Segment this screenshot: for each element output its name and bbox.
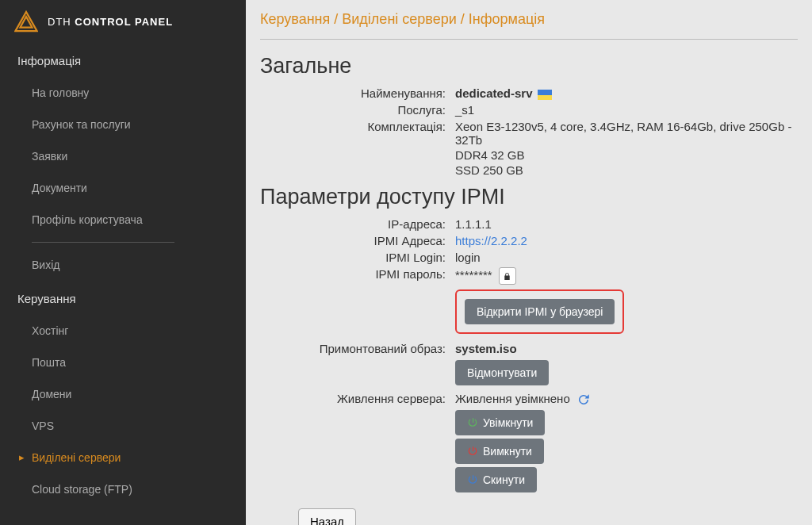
sidebar-item-vps[interactable]: VPS — [0, 410, 246, 442]
value-ip: 1.1.1.1 — [450, 216, 798, 232]
open-ipmi-button[interactable]: Відкрити IPMI у браузері — [465, 299, 615, 324]
sidebar-item-home[interactable]: На головну — [0, 77, 246, 109]
label-power: Живлення сервера: — [260, 390, 450, 497]
sidebar-item-mail[interactable]: Пошта — [0, 347, 246, 378]
sidebar-item-cloud-storage[interactable]: Cloud storage (FTP) — [0, 473, 246, 505]
power-status-text: Живлення увімкнено — [455, 392, 570, 405]
brand-label: DTH CONTROL PANEL — [48, 16, 173, 28]
refresh-icon[interactable] — [576, 393, 591, 407]
back-button[interactable]: Назад — [298, 508, 356, 525]
label-ip: IP-адреса: — [260, 216, 450, 232]
power-reset-button[interactable]: Скинути — [455, 467, 537, 492]
ipmi-table: IP-адреса: 1.1.1.1 IPMI Адреса: https://… — [260, 216, 798, 497]
server-name-text: dedicated-srv — [455, 86, 533, 100]
ipmi-address-link[interactable]: https://2.2.2.2 — [455, 234, 527, 247]
label-ipmi-pass: IPMI пароль: — [260, 266, 450, 286]
config-line3: SSD 250 GB — [455, 163, 798, 177]
lock-icon — [503, 272, 511, 281]
label-ipmi-login: IPMI Login: — [260, 249, 450, 266]
power-off-label: Вимкнути — [483, 445, 532, 458]
lock-toggle[interactable] — [499, 267, 516, 285]
power-on-label: Увімкнути — [483, 416, 533, 429]
section-title-general: Загальне — [260, 54, 798, 79]
sidebar-item-hosting[interactable]: Хостінг — [0, 315, 246, 347]
value-ipmi-pass: ******** — [450, 266, 798, 286]
value-config: Xeon E3-1230v5, 4 core, 3.4GHz, RAM 16-6… — [450, 118, 798, 180]
nav-section-info: Інформація — [0, 43, 246, 77]
value-ipmi-login: login — [450, 249, 798, 266]
value-name: dedicated-srv — [450, 85, 798, 102]
sidebar: DTH CONTROL PANEL Інформація На головну … — [0, 0, 246, 525]
power-on-button[interactable]: Увімкнути — [455, 410, 545, 435]
sidebar-item-profile[interactable]: Профіль користувача — [0, 204, 246, 236]
label-ipmi-addr: IPMI Адреса: — [260, 232, 450, 249]
power-icon — [467, 417, 478, 428]
general-table: Найменування: dedicated-srv Послуга: _s1… — [260, 85, 798, 180]
brand-pre: DTH — [48, 16, 75, 28]
power-icon — [467, 474, 478, 485]
open-ipmi-highlight: Відкрити IPMI у браузері — [455, 289, 624, 334]
config-line2: DDR4 32 GB — [455, 148, 798, 162]
flag-ua-icon — [538, 90, 552, 100]
nav-divider — [32, 242, 174, 243]
mounted-image-name: system.iso — [455, 342, 798, 355]
label-service: Послуга: — [260, 102, 450, 118]
label-mounted: Примонтований образ: — [260, 340, 450, 390]
logo-icon — [14, 10, 38, 33]
power-reset-label: Скинути — [483, 473, 525, 486]
label-config: Комплектація: — [260, 118, 450, 180]
value-mounted: system.iso Відмонтувати — [450, 340, 798, 390]
section-title-ipmi: Параметри доступу IPMI — [260, 185, 798, 209]
sidebar-item-domains[interactable]: Домени — [0, 378, 246, 410]
value-ipmi-addr: https://2.2.2.2 — [450, 232, 798, 249]
sidebar-item-tickets[interactable]: Заявки — [0, 140, 246, 172]
nav-section-manage: Керування — [0, 281, 246, 315]
value-power: Живлення увімкнено Увімкнути Вимкнути Ск… — [450, 390, 798, 497]
brand-bold: CONTROL PANEL — [75, 16, 173, 28]
ipmi-pass-masked: ******** — [455, 268, 492, 282]
label-name: Найменування: — [260, 85, 450, 102]
sidebar-item-billing[interactable]: Рахунок та послуги — [0, 109, 246, 140]
nav-heading-info: Інформація — [17, 54, 228, 67]
unmount-button[interactable]: Відмонтувати — [455, 360, 549, 385]
main-content: Керування / Виділені сервери / Інформаці… — [246, 0, 812, 525]
nav-heading-manage: Керування — [17, 292, 228, 305]
power-icon — [467, 446, 478, 457]
breadcrumb: Керування / Виділені сервери / Інформаці… — [260, 11, 798, 40]
power-status-row: Живлення увімкнено — [455, 392, 798, 407]
sidebar-item-dedicated[interactable]: Виділені сервери — [0, 442, 246, 473]
config-line1: Xeon E3-1230v5, 4 core, 3.4GHz, RAM 16-6… — [455, 120, 798, 147]
sidebar-header: DTH CONTROL PANEL — [0, 0, 246, 43]
sidebar-item-documents[interactable]: Документи — [0, 172, 246, 204]
power-off-button[interactable]: Вимкнути — [455, 439, 544, 464]
value-service: _s1 — [450, 102, 798, 118]
sidebar-item-logout[interactable]: Вихід — [0, 249, 246, 281]
